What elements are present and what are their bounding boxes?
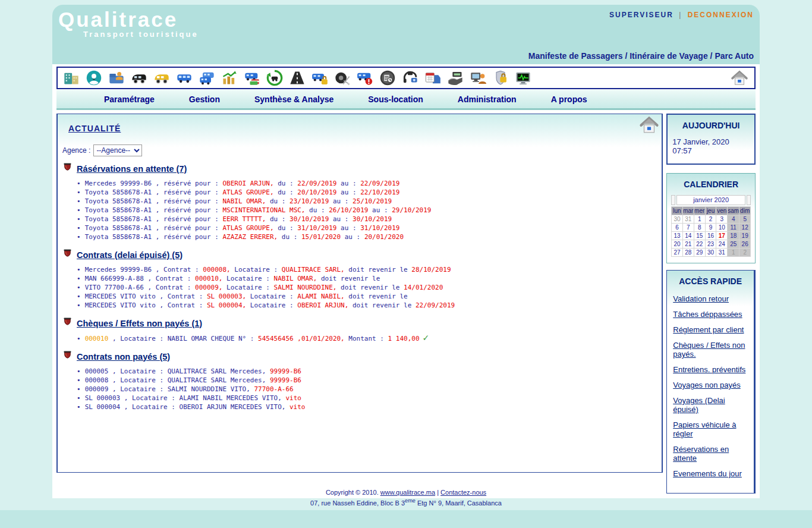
- calendar-prev-button[interactable]: [671, 195, 675, 205]
- quick-link-10[interactable]: Evenements du jour: [673, 469, 748, 478]
- menu-item-parametrage[interactable]: Paramétrage: [104, 95, 155, 104]
- calendar-day[interactable]: 31: [682, 215, 694, 224]
- agence-select[interactable]: --Agence--: [93, 144, 142, 156]
- logout-link[interactable]: DECONNEXION: [688, 11, 754, 19]
- actualite-link[interactable]: ACTUALITÉ: [68, 124, 121, 133]
- yellow-minibus-icon[interactable]: [153, 70, 170, 87]
- quick-link-8[interactable]: Papiers véhicule à régler: [673, 420, 748, 438]
- nav-separator: /: [623, 51, 630, 61]
- section-link-contrats-non-payes[interactable]: Contrats non payés (5): [77, 352, 170, 362]
- list-item-segment: au :: [329, 215, 353, 223]
- calendar-day[interactable]: 29: [694, 249, 705, 257]
- bus-alert-icon[interactable]: [356, 70, 373, 87]
- calendar-day[interactable]: 30: [705, 249, 716, 257]
- schedule-clock-icon[interactable]: [379, 70, 396, 87]
- activity-monitor-icon[interactable]: [514, 70, 531, 87]
- quick-link-6[interactable]: Voyages non payés: [673, 381, 748, 389]
- section-link-cheques-effets-non-payes[interactable]: Chèques / Effets non payés (1): [77, 319, 202, 328]
- menu-item-synthese-analyse[interactable]: Synthèse & Analyse: [254, 95, 333, 104]
- calendar-day[interactable]: 13: [672, 232, 683, 240]
- driver-avatar-icon[interactable]: [85, 70, 102, 87]
- list-item-segment: 000009,: [195, 284, 222, 291]
- calendar-day[interactable]: 28: [682, 249, 694, 257]
- calendar-day[interactable]: 1: [728, 249, 739, 257]
- calendar-day[interactable]: 10: [716, 224, 728, 232]
- quick-link-7[interactable]: Voyages (Delai épuisé): [673, 396, 748, 414]
- calendar-day[interactable]: 12: [739, 224, 751, 232]
- quick-link-9[interactable]: Réservations en attente: [673, 445, 748, 463]
- header-nav-link[interactable]: Manifeste de Passagers: [528, 51, 623, 61]
- calendar-day[interactable]: 21: [682, 240, 694, 249]
- calendar-day[interactable]: 2: [705, 215, 716, 224]
- blue-bus-icon[interactable]: [175, 70, 193, 87]
- home-icon[interactable]: [639, 116, 659, 134]
- list-item-segment: 30/10/2019: [289, 215, 329, 223]
- quick-link-2[interactable]: Tâches déppassées: [673, 310, 748, 319]
- calendar-day[interactable]: 20: [672, 240, 683, 249]
- list-item-segment: 20/01/2020: [364, 233, 404, 241]
- home-icon[interactable]: [729, 69, 750, 87]
- statistics-chart-icon[interactable]: [221, 70, 238, 87]
- phone-support-icon[interactable]: [401, 70, 418, 87]
- calendar-day[interactable]: 30: [672, 215, 683, 224]
- calendar-next-button[interactable]: [747, 195, 751, 205]
- calendar-day[interactable]: 9: [705, 224, 716, 232]
- menu-item-sous-location[interactable]: Sous-location: [368, 95, 423, 104]
- quick-link-3[interactable]: Réglement par client: [673, 325, 748, 334]
- calendar-planning-icon[interactable]: [424, 70, 441, 87]
- site-link[interactable]: www.qualitrace.ma: [380, 489, 435, 496]
- section-header: Rásérvations en attente (7): [62, 162, 662, 175]
- section-item-list: Mercedes 99999-B6 , résérvé pour : OBERO…: [77, 179, 662, 241]
- calendar-day[interactable]: 4: [728, 215, 739, 224]
- section-link-contrats-delai-epuise[interactable]: Contrats (delai épuisé) (5): [77, 250, 182, 260]
- agency-building-icon[interactable]: [62, 70, 80, 87]
- user-workstation-icon[interactable]: [469, 70, 486, 87]
- calendar-day[interactable]: 6: [672, 224, 683, 232]
- list-item-segment: du :: [274, 224, 298, 232]
- quick-link-5[interactable]: Entretiens. préventifs: [673, 365, 748, 374]
- header-nav-link[interactable]: Parc Auto: [715, 51, 754, 61]
- calendar-day[interactable]: 7: [682, 224, 694, 232]
- black-van-icon[interactable]: [130, 70, 147, 87]
- section-link-reservations-en-attente[interactable]: Rásérvations en attente (7): [77, 164, 187, 174]
- menu-item-gestion[interactable]: Gestion: [189, 95, 220, 104]
- calendar-day[interactable]: 2: [739, 249, 751, 257]
- quick-link-4[interactable]: Chèques / Effets non payés.: [673, 341, 748, 359]
- calendar-day[interactable]: 3: [716, 215, 728, 224]
- calendar-day[interactable]: 19: [739, 232, 751, 240]
- calendar-day[interactable]: 31: [716, 249, 728, 257]
- bus-payment-icon[interactable]: [243, 70, 260, 87]
- list-item-segment: au :: [337, 224, 361, 232]
- calendar-day[interactable]: 15: [694, 232, 705, 240]
- road-icon[interactable]: [288, 70, 306, 87]
- calendar-day-today[interactable]: 17: [716, 232, 728, 240]
- header-nav-link[interactable]: Itinéraire de Vayage: [630, 51, 708, 61]
- quick-link-1[interactable]: Validation retour: [673, 294, 748, 303]
- wheel-maintenance-icon[interactable]: [333, 70, 351, 87]
- calendar-day[interactable]: 1: [694, 215, 705, 224]
- calendar-day[interactable]: 5: [739, 215, 751, 224]
- calendar-day[interactable]: 24: [716, 240, 728, 249]
- client-file-icon[interactable]: [108, 70, 125, 87]
- calendar-day[interactable]: 26: [739, 240, 751, 249]
- calendar-day[interactable]: 14: [682, 232, 694, 240]
- calendar-day[interactable]: 23: [705, 240, 716, 249]
- vehicle-recycle-icon[interactable]: [266, 70, 283, 87]
- menu-item-administration[interactable]: Administration: [458, 95, 517, 104]
- list-item-segment: 77700-A-66: [254, 385, 293, 393]
- calendar-day[interactable]: 11: [728, 224, 739, 232]
- list-item-segment: MSCINTERNATIONAL MSC,: [222, 206, 305, 214]
- list-item-segment: au :: [329, 197, 353, 205]
- fleet-buses-icon[interactable]: [198, 70, 215, 87]
- cash-payment-icon[interactable]: [446, 70, 464, 87]
- calendar-day[interactable]: 25: [728, 240, 739, 249]
- calendar-day[interactable]: 27: [672, 249, 683, 257]
- bus-lock-icon[interactable]: [311, 70, 328, 87]
- menu-item-a-propos[interactable]: A propos: [551, 95, 587, 104]
- calendar-day[interactable]: 8: [694, 224, 705, 232]
- security-shield-icon[interactable]: [492, 70, 509, 87]
- calendar-day[interactable]: 22: [694, 240, 705, 249]
- contact-link[interactable]: Contactez-nous: [440, 489, 486, 496]
- calendar-day[interactable]: 18: [728, 232, 739, 240]
- calendar-day[interactable]: 16: [705, 232, 716, 240]
